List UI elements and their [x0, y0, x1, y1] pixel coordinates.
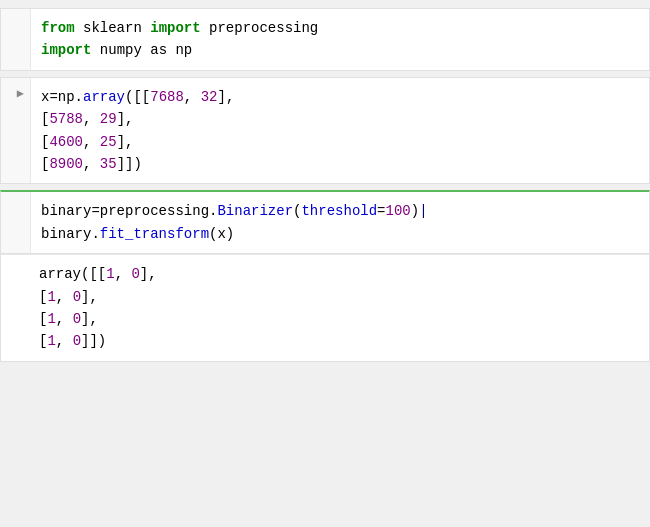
bracket-2: ],: [117, 111, 134, 127]
num-29: 29: [100, 111, 117, 127]
array-func: array: [83, 89, 125, 105]
cell-2-line-4: [8900, 35]]): [41, 153, 639, 175]
cell-3-wrapper: binary=preprocessing.Binarizer(threshold…: [0, 190, 650, 361]
cell-1-gutter: [1, 9, 31, 70]
array-out-open: array([[: [39, 266, 106, 282]
out-4-2: 0: [73, 333, 81, 349]
cell-3-content[interactable]: binary=preprocessing.Binarizer(threshold…: [31, 192, 649, 253]
cell-2-line-3: [4600, 25],: [41, 131, 639, 153]
cell-3-line-2: binary.fit_transform(x): [41, 223, 639, 245]
np-alias: np: [167, 42, 192, 58]
comma-1: ,: [184, 89, 201, 105]
comma-3: ,: [83, 134, 100, 150]
cell-2-gutter: ▶: [1, 78, 31, 184]
out-1-2: 0: [131, 266, 139, 282]
import-keyword: import: [150, 20, 200, 36]
out-comma-4: ,: [56, 333, 73, 349]
paren-close: ): [411, 203, 419, 219]
preprocessing-module: preprocessing: [201, 20, 319, 36]
output-line-4: [1, 0]]): [39, 330, 639, 352]
cell-3[interactable]: binary=preprocessing.Binarizer(threshold…: [1, 192, 649, 254]
out-bracket-1: ],: [140, 266, 157, 282]
threshold-param: threshold: [301, 203, 377, 219]
output-line-1: array([[1, 0],: [39, 263, 639, 285]
as-keyword: as: [150, 42, 167, 58]
array-close: ]]): [117, 156, 142, 172]
output-line-2: [1, 0],: [39, 286, 639, 308]
out-bracket-3: ],: [81, 311, 98, 327]
method-args: (x): [209, 226, 234, 242]
num-35: 35: [100, 156, 117, 172]
num-4600: 4600: [49, 134, 83, 150]
array-open: ([[: [125, 89, 150, 105]
cell-3-output: array([[1, 0], [1, 0], [1, 0], [1, 0]]): [1, 254, 649, 361]
threshold-val: 100: [386, 203, 411, 219]
x-var: x=np.: [41, 89, 83, 105]
binary-method: binary.: [41, 226, 100, 242]
binary-var: binary=preprocessing.: [41, 203, 217, 219]
out-bracket-2: ],: [81, 289, 98, 305]
cursor-bar: |: [419, 203, 427, 219]
num-8900: 8900: [49, 156, 83, 172]
cell-2-indicator: ▶: [17, 86, 24, 101]
cell-2-line-2: [5788, 29],: [41, 108, 639, 130]
out-close: ]]): [81, 333, 106, 349]
out-1-1: 1: [106, 266, 114, 282]
out-2-1: 1: [47, 289, 55, 305]
bracket-3: ],: [117, 134, 134, 150]
cell-2-line-1: x=np.array([[7688, 32],: [41, 86, 639, 108]
out-3-1: 1: [47, 311, 55, 327]
cell-3-line-1: binary=preprocessing.Binarizer(threshold…: [41, 200, 639, 222]
out-comma-1: ,: [115, 266, 132, 282]
num-25: 25: [100, 134, 117, 150]
cell-1-line-2: import numpy as np: [41, 39, 639, 61]
out-comma-2: ,: [56, 289, 73, 305]
fit-transform-method: fit_transform: [100, 226, 209, 242]
num-5788: 5788: [49, 111, 83, 127]
out-4-1: 1: [47, 333, 55, 349]
num-7688: 7688: [150, 89, 184, 105]
cell-1-line-1: from sklearn import preprocessing: [41, 17, 639, 39]
bracket-1: ],: [217, 89, 234, 105]
out-2-2: 0: [73, 289, 81, 305]
comma-2: ,: [83, 111, 100, 127]
comma-4: ,: [83, 156, 100, 172]
notebook: from sklearn import preprocessing import…: [0, 0, 650, 527]
output-line-3: [1, 0],: [39, 308, 639, 330]
from-keyword: from: [41, 20, 75, 36]
numpy-module: numpy: [91, 42, 150, 58]
cell-2-content[interactable]: x=np.array([[7688, 32], [5788, 29], [460…: [31, 78, 649, 184]
eq-sign: =: [377, 203, 385, 219]
import-keyword-2: import: [41, 42, 91, 58]
num-32: 32: [201, 89, 218, 105]
cell-2[interactable]: ▶ x=np.array([[7688, 32], [5788, 29], [4…: [0, 77, 650, 185]
binarizer-class: Binarizer: [217, 203, 293, 219]
cell-1-content[interactable]: from sklearn import preprocessing import…: [31, 9, 649, 70]
cell-1[interactable]: from sklearn import preprocessing import…: [0, 8, 650, 71]
sklearn-module: sklearn: [75, 20, 151, 36]
out-3-2: 0: [73, 311, 81, 327]
cell-3-gutter: [1, 192, 31, 253]
out-comma-3: ,: [56, 311, 73, 327]
